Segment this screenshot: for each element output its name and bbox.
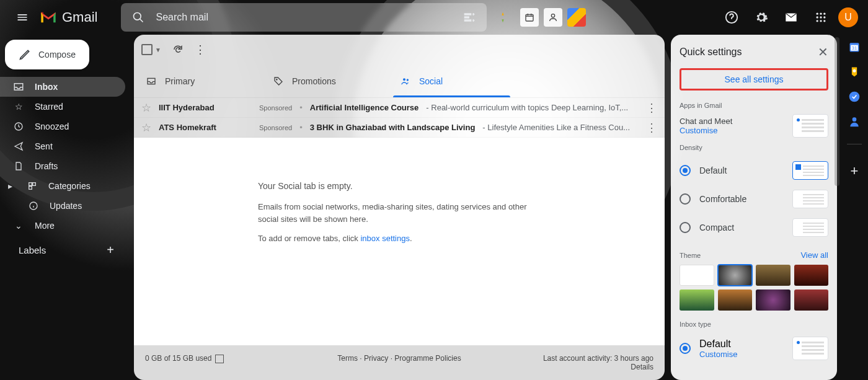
svg-point-28 <box>849 92 860 102</box>
tag-icon <box>273 76 283 86</box>
tab-social[interactable]: Social <box>388 64 515 97</box>
policies-link[interactable]: Programme Policies <box>394 354 461 363</box>
svg-point-4 <box>552 14 555 17</box>
svg-point-8 <box>823 13 825 15</box>
theme-option[interactable] <box>680 265 714 286</box>
add-label-button[interactable]: + <box>107 243 114 257</box>
customise-link[interactable]: Customise <box>699 350 784 359</box>
tab-primary[interactable]: Primary <box>134 64 261 97</box>
view-all-themes-link[interactable]: View all <box>800 250 828 260</box>
sidebar-item-snoozed[interactable]: Snoozed <box>0 117 125 136</box>
google-apps-icon[interactable] <box>808 5 833 30</box>
svg-rect-16 <box>29 183 32 186</box>
theme-option[interactable] <box>794 289 829 311</box>
svg-point-11 <box>823 16 825 18</box>
add-addon-button[interactable]: + <box>851 163 859 179</box>
terms-link[interactable]: Terms <box>337 354 358 363</box>
theme-option[interactable] <box>718 265 753 286</box>
sidebar-item-categories[interactable]: ▸Categories <box>0 176 125 196</box>
support-icon[interactable] <box>719 5 744 30</box>
inbox-icon <box>12 81 25 92</box>
compose-button[interactable]: Compose <box>5 40 89 69</box>
sidebar-item-updates[interactable]: Updates <box>0 196 125 216</box>
tab-promotions[interactable]: Promotions <box>261 64 388 97</box>
keep-app-icon[interactable] <box>848 66 861 78</box>
sidebar-item-inbox[interactable]: Inbox <box>0 77 125 97</box>
svg-point-7 <box>820 13 822 15</box>
svg-point-22 <box>403 78 405 81</box>
theme-option[interactable] <box>794 265 829 286</box>
search-bar[interactable] <box>121 3 487 32</box>
search-options-icon[interactable] <box>457 5 482 30</box>
svg-point-6 <box>817 13 818 15</box>
svg-point-29 <box>852 117 857 122</box>
inbox-settings-link[interactable]: inbox settings <box>360 234 410 243</box>
file-icon <box>12 161 25 171</box>
main-menu-button[interactable] <box>10 5 35 30</box>
addon-contacts-icon[interactable] <box>544 8 562 27</box>
row-more-icon[interactable]: ⋮ <box>646 101 657 115</box>
addon-calendar-icon[interactable] <box>520 8 539 27</box>
svg-point-13 <box>820 20 822 22</box>
svg-point-9 <box>817 16 818 18</box>
density-compact[interactable]: Compact <box>680 213 828 242</box>
settings-icon[interactable] <box>749 5 774 30</box>
chat-meet-preview <box>792 114 828 138</box>
star-icon[interactable]: ☆ <box>141 101 151 115</box>
labels-header: Labels <box>19 245 46 255</box>
svg-point-10 <box>820 16 822 18</box>
activity-text: Last account activity: 3 hours ago <box>543 354 653 363</box>
star-icon: ☆ <box>12 102 25 112</box>
calendar-app-icon[interactable]: 31 <box>848 41 861 53</box>
addon-tasks-icon[interactable] <box>567 8 586 27</box>
details-link[interactable]: Details <box>631 363 653 371</box>
account-avatar[interactable]: U <box>838 7 858 27</box>
svg-point-27 <box>853 69 856 73</box>
empty-state: Your Social tab is empty. Emails from so… <box>134 138 665 345</box>
contacts-app-icon[interactable] <box>848 115 861 128</box>
theme-option[interactable] <box>680 289 714 311</box>
theme-option[interactable] <box>756 265 790 286</box>
mail-row[interactable]: ☆ IIIT Hyderabad Sponsored• Artificial I… <box>134 98 665 118</box>
inbox-type-default-radio[interactable] <box>680 343 691 354</box>
compose-label: Compose <box>38 50 76 60</box>
svg-point-1 <box>472 14 474 15</box>
svg-rect-17 <box>33 183 36 186</box>
theme-section-label: Theme <box>680 252 701 259</box>
mail-row[interactable]: ☆ ATS Homekraft Sponsored• 3 BHK in Ghaz… <box>134 118 665 138</box>
inbox-icon <box>146 76 156 86</box>
search-icon[interactable] <box>126 5 151 30</box>
clock-icon <box>12 122 25 131</box>
svg-rect-3 <box>526 14 533 21</box>
density-default[interactable]: Default <box>680 156 828 185</box>
more-actions-button[interactable]: ⋮ <box>195 43 206 56</box>
refresh-button[interactable] <box>172 44 184 55</box>
see-all-settings-button[interactable]: See all settings <box>680 68 828 91</box>
notifications-icon[interactable] <box>779 5 804 30</box>
quick-settings-title: Quick settings <box>680 46 742 58</box>
svg-point-23 <box>407 79 409 81</box>
categories-icon <box>26 181 38 191</box>
close-icon[interactable]: ✕ <box>818 45 828 60</box>
density-comfortable[interactable]: Comfortable <box>680 185 828 213</box>
chevron-down-icon: ⌄ <box>12 221 25 231</box>
tasks-app-icon[interactable] <box>848 91 861 103</box>
chevron-right-icon: ▸ <box>4 181 16 191</box>
external-link-icon[interactable] <box>215 355 224 363</box>
search-input[interactable] <box>151 12 457 23</box>
brand-text: Gmail <box>62 9 97 25</box>
sidebar-item-drafts[interactable]: Drafts <box>0 156 125 176</box>
storage-text: 0 GB of 15 GB used <box>145 354 211 363</box>
customise-link[interactable]: Customise <box>680 126 732 135</box>
row-more-icon[interactable]: ⋮ <box>646 121 657 135</box>
gmail-logo[interactable]: Gmail <box>40 9 97 25</box>
sidebar-item-sent[interactable]: Sent <box>0 136 125 156</box>
select-all-checkbox[interactable]: ▼ <box>141 44 161 55</box>
scrollbar[interactable] <box>835 37 839 186</box>
privacy-link[interactable]: Privacy <box>364 354 388 363</box>
theme-option[interactable] <box>756 289 790 311</box>
sidebar-item-more[interactable]: ⌄More <box>0 216 125 236</box>
star-icon[interactable]: ☆ <box>141 121 151 135</box>
sidebar-item-starred[interactable]: ☆Starred <box>0 97 125 117</box>
theme-option[interactable] <box>718 289 753 311</box>
